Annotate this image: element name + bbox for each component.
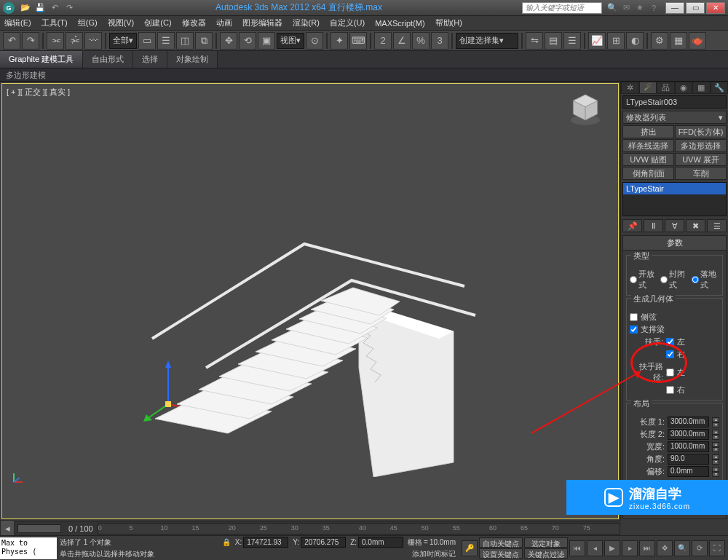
- unlink-icon[interactable]: ⫘̸: [66, 32, 83, 50]
- timeline[interactable]: ◂ 0 / 100 0 5 10 15 20 25 30 35 40 45 50…: [0, 521, 620, 535]
- mod-btn-uvwmap[interactable]: UVW 贴图: [622, 153, 674, 166]
- select-object-icon[interactable]: ▭: [138, 32, 156, 50]
- viewport-nav-orbit-icon[interactable]: ⟳: [692, 540, 708, 556]
- tab-motion-icon[interactable]: ◉: [675, 82, 693, 94]
- menu-help[interactable]: 帮助(H): [435, 17, 462, 28]
- favorites-icon[interactable]: ★: [634, 2, 646, 14]
- keyboard-shortcut-icon[interactable]: ⌨: [349, 32, 367, 50]
- timeline-start-icon[interactable]: ◂: [0, 520, 15, 537]
- width-field[interactable]: 1000.0mm: [668, 441, 709, 452]
- length2-spinner[interactable]: ▴▾: [712, 430, 719, 440]
- angle-field[interactable]: 90.0: [668, 454, 709, 465]
- mod-btn-extrude[interactable]: 挤出: [622, 125, 674, 138]
- modifier-list-select[interactable]: 修改器列表▾: [622, 111, 727, 124]
- width-spinner[interactable]: ▴▾: [712, 442, 719, 452]
- help-icon[interactable]: ?: [648, 2, 660, 14]
- goto-start-icon[interactable]: ⏮: [569, 540, 585, 556]
- snap-spinner-icon[interactable]: 3: [431, 32, 448, 50]
- pivot-icon[interactable]: ⊙: [306, 32, 323, 50]
- handrail-right-checkbox[interactable]: [666, 350, 674, 358]
- viewport-nav-pan-icon[interactable]: ✥: [657, 540, 673, 556]
- coord-y[interactable]: 20706.275: [301, 537, 346, 548]
- maxscript-mini-listener[interactable]: Max to Physes (: [0, 537, 57, 559]
- named-selset-select[interactable]: 创建选择集 ▾: [456, 33, 518, 49]
- rollout-header-params[interactable]: 参数: [623, 236, 726, 251]
- menu-tools[interactable]: 工具(T): [41, 17, 68, 28]
- ribbon-sub-label[interactable]: 多边形建模: [0, 68, 728, 82]
- set-key-button[interactable]: 设置关键点: [479, 548, 523, 559]
- viewport[interactable]: [ + ][ 正交 ][ 真实 ]: [1, 83, 619, 519]
- tab-utilities-icon[interactable]: 🔧: [711, 82, 729, 94]
- menu-animation[interactable]: 动画: [216, 17, 232, 28]
- mod-btn-unwrap[interactable]: UVW 展开: [675, 153, 727, 166]
- mod-btn-poly[interactable]: 多边形选择: [675, 139, 727, 152]
- type-box-radio[interactable]: 落地式: [692, 269, 719, 291]
- scale-icon[interactable]: ▣: [258, 32, 275, 50]
- viewport-nav-zoom-icon[interactable]: 🔍: [674, 540, 690, 556]
- menu-grapheditors[interactable]: 图形编辑器: [242, 17, 282, 28]
- offset-field[interactable]: 0.0mm: [668, 466, 709, 477]
- mod-btn-lathe[interactable]: 车削: [675, 167, 727, 180]
- carriage-checkbox[interactable]: [630, 326, 638, 334]
- menu-create[interactable]: 创建(C): [144, 17, 171, 28]
- menu-rendering[interactable]: 渲染(R): [293, 17, 320, 28]
- menu-maxscript[interactable]: MAXScript(M): [375, 19, 424, 28]
- type-open-radio[interactable]: 开放式: [630, 269, 657, 291]
- railpath-left-checkbox[interactable]: [666, 368, 674, 376]
- mirror-icon[interactable]: ⇋: [526, 32, 543, 50]
- stair-object[interactable]: [141, 193, 490, 477]
- length2-field[interactable]: 3000.0mm: [668, 429, 709, 440]
- mod-btn-bevel[interactable]: 倒角剖面: [622, 167, 674, 180]
- coord-x[interactable]: 174721.93: [243, 537, 288, 548]
- menu-group[interactable]: 组(G): [78, 17, 98, 28]
- tab-modify-icon[interactable]: ☄: [639, 82, 657, 94]
- move-icon[interactable]: ✥: [220, 32, 237, 50]
- set-key-icon[interactable]: 🔑: [462, 540, 478, 556]
- add-time-tag[interactable]: 添加时间标记: [412, 549, 456, 559]
- offset-spinner[interactable]: ▴▾: [712, 467, 719, 477]
- stack-show-icon[interactable]: Ⅱ: [644, 219, 663, 232]
- link-icon[interactable]: ⫘: [47, 32, 64, 50]
- snap-angle-icon[interactable]: ∠: [393, 32, 411, 50]
- time-slider[interactable]: [17, 524, 61, 533]
- ref-coord-select[interactable]: 视图 ▾: [277, 33, 304, 49]
- render-icon[interactable]: 🫖: [689, 32, 706, 50]
- length1-spinner[interactable]: ▴▾: [712, 417, 719, 427]
- select-by-name-icon[interactable]: ☰: [157, 32, 175, 50]
- key-filter-button[interactable]: 关键点过滤器: [524, 548, 568, 559]
- mod-btn-spline[interactable]: 样条线选择: [622, 139, 674, 152]
- render-frame-icon[interactable]: ▦: [670, 32, 687, 50]
- rotate-icon[interactable]: ⟲: [239, 32, 256, 50]
- curve-editor-icon[interactable]: 📈: [588, 32, 606, 50]
- select-region-icon[interactable]: ◫: [176, 32, 194, 50]
- tab-create-icon[interactable]: ✲: [621, 82, 639, 94]
- snap-2d-icon[interactable]: 2: [374, 32, 392, 50]
- bind-spacewarp-icon[interactable]: 〰: [84, 32, 102, 50]
- coord-z[interactable]: 0.0mm: [358, 537, 403, 548]
- ribbon-tab-freeform[interactable]: 自由形式: [83, 51, 133, 68]
- stringer-checkbox[interactable]: [630, 313, 638, 321]
- play-icon[interactable]: ▶: [604, 540, 620, 556]
- ribbon-tab-paint[interactable]: 对象绘制: [167, 51, 218, 68]
- select-manipulate-icon[interactable]: ✦: [331, 32, 348, 50]
- help-search-input[interactable]: [522, 2, 602, 14]
- menu-views[interactable]: 视图(V): [108, 17, 135, 28]
- next-frame-icon[interactable]: ▸: [622, 540, 638, 556]
- object-name-field[interactable]: LTypeStair003: [622, 95, 727, 109]
- stack-config-icon[interactable]: ☰: [707, 219, 727, 232]
- menu-customize[interactable]: 自定义(U): [330, 17, 365, 28]
- stack-unique-icon[interactable]: ∀: [665, 219, 684, 232]
- close-button[interactable]: ✕: [706, 2, 725, 14]
- material-editor-icon[interactable]: ◐: [626, 32, 644, 50]
- align-icon[interactable]: ▤: [545, 32, 562, 50]
- railpath-right-checkbox[interactable]: [666, 386, 674, 394]
- selected-key-button[interactable]: 选定对象: [524, 537, 568, 548]
- qat-open-icon[interactable]: 📂: [19, 2, 32, 14]
- maximize-button[interactable]: ▭: [686, 2, 705, 14]
- qat-redo-icon[interactable]: ↷: [63, 2, 76, 14]
- search-icon[interactable]: 🔍: [606, 2, 618, 14]
- auto-key-button[interactable]: 自动关键点: [479, 537, 523, 548]
- handrail-left-checkbox[interactable]: [666, 338, 674, 346]
- prev-frame-icon[interactable]: ◂: [587, 540, 603, 556]
- redo-icon[interactable]: ↷: [22, 32, 39, 50]
